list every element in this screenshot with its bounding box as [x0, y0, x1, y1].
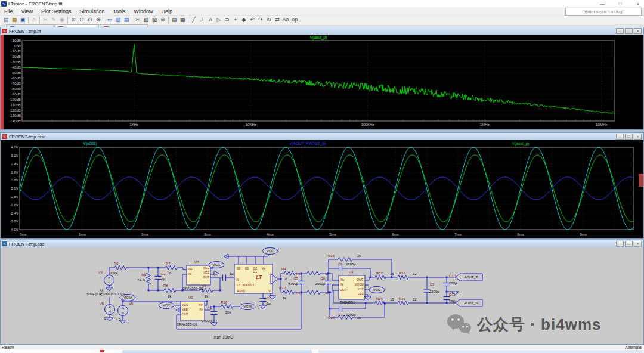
- net-flag-vcm[interactable]: VCM: [240, 304, 255, 310]
- asc-pane-minimize-button[interactable]: –: [616, 241, 624, 247]
- fft-plot-area[interactable]: 10dB0dB-10dB-20dB-30dB-40dB-50dB-60dB-70…: [1, 35, 643, 129]
- place-component-icon[interactable]: ⊃: [223, 16, 231, 24]
- drag-icon[interactable]: ◆: [240, 16, 248, 24]
- schematic-pane-titlebar[interactable]: ∿ FROENT-tmp.asc –□×: [1, 240, 643, 247]
- svg-text:-90dB: -90dB: [11, 92, 21, 96]
- new-schematic-icon[interactable]: ▤: [2, 16, 10, 24]
- search-input[interactable]: [565, 8, 642, 16]
- menu-view[interactable]: View: [17, 7, 37, 16]
- copy-icon[interactable]: ▧: [142, 16, 150, 24]
- raw-pane-titlebar[interactable]: ∿ FROENT-tmp.raw –□×: [1, 133, 643, 140]
- menu-file[interactable]: File: [0, 7, 17, 16]
- save-icon[interactable]: ▣: [18, 16, 27, 24]
- component-V6[interactable]: V65: [100, 302, 115, 320]
- close-button[interactable]: ×: [634, 1, 642, 7]
- asc-pane-close-button[interactable]: ×: [634, 241, 642, 247]
- open-file-icon[interactable]: ▦: [10, 16, 18, 24]
- component-R8[interactable]: R82k: [162, 284, 178, 298]
- taskbar[interactable]: [0, 349, 644, 353]
- component-C10[interactable]: C10220p: [444, 274, 458, 290]
- text-icon[interactable]: Aa: [281, 16, 290, 24]
- paste-icon[interactable]: ▨: [150, 16, 159, 24]
- component-R12[interactable]: R121k: [279, 286, 296, 300]
- raw-plot-area[interactable]: 4.0V3.2V2.4V1.6V0.8V0.0V-0.8V-1.6V-2.4V-…: [1, 140, 643, 238]
- probe-disabled-icon[interactable]: ✎: [49, 16, 58, 24]
- port-aout_p[interactable]: AOUT_P: [456, 274, 482, 281]
- net-flag-vcc[interactable]: VCC: [369, 287, 385, 293]
- svg-text:C9: C9: [430, 283, 435, 286]
- tile-horizontal-icon[interactable]: ▭: [106, 16, 114, 24]
- component-R18[interactable]: R1822: [395, 271, 417, 280]
- menu-window[interactable]: Window: [129, 7, 157, 16]
- component-R16[interactable]: R1615: [373, 297, 394, 305]
- toolbar-separator: [28, 17, 29, 23]
- component-C5[interactable]: C54700p: [288, 275, 304, 290]
- menu-tools[interactable]: Tools: [109, 7, 129, 16]
- red-marker-strip: [1, 35, 4, 129]
- component-R9[interactable]: R92k: [197, 284, 215, 298]
- raw-pane-restore-button[interactable]: □: [625, 134, 633, 140]
- spice-directive-icon[interactable]: .op: [290, 16, 298, 24]
- print-preview-icon[interactable]: ▦: [178, 16, 187, 24]
- component-U4[interactable]: IN+IN-VCCVEEOUTU4OPAx320-Q1: [182, 260, 210, 290]
- component-C1[interactable]: C11µ: [260, 296, 272, 305]
- rotate-icon[interactable]: ↻: [265, 16, 273, 24]
- cut-disabled-icon[interactable]: ✂: [41, 16, 49, 24]
- component-R19[interactable]: R1922: [395, 297, 417, 305]
- redo-icon[interactable]: ↷: [256, 16, 265, 24]
- draw-wire-icon[interactable]: ╱: [190, 16, 198, 24]
- minimize-button[interactable]: —: [599, 1, 606, 7]
- net-flag-vcc[interactable]: VCC: [159, 302, 174, 309]
- component-U1[interactable]: G0G1G2V+INU1LTLTC6910-1AGNDV-: [234, 264, 278, 293]
- component-C9[interactable]: C92200p: [424, 280, 440, 301]
- component-C2[interactable]: C21µ: [209, 272, 234, 281]
- raw-pane-close-button[interactable]: ×: [634, 134, 642, 140]
- find-icon[interactable]: ⊚: [159, 16, 167, 24]
- fft-pane-minimize-button[interactable]: –: [616, 28, 624, 34]
- fft-trace-label[interactable]: V(aout_p): [310, 35, 327, 40]
- component-R6[interactable]: R624.9k: [137, 270, 150, 287]
- control-panel-icon[interactable]: ⌂: [30, 16, 38, 24]
- component-R15[interactable]: R152k: [328, 254, 361, 262]
- component-R5[interactable]: R5226k: [110, 262, 129, 275]
- net-flag-vcc[interactable]: VCC: [209, 262, 224, 269]
- hand-disabled-icon[interactable]: ◉: [58, 16, 66, 24]
- trace-label-v-aout-p-aout-n[interactable]: V(AOUT_P,AOUT_N): [289, 141, 326, 146]
- component-R10[interactable]: R1020k: [219, 301, 236, 314]
- zoom-area-icon[interactable]: ⊙: [86, 16, 94, 24]
- svg-text:C8: C8: [338, 262, 343, 266]
- trace-v-n003: [20, 147, 634, 230]
- move-icon[interactable]: +: [231, 16, 240, 24]
- place-ground-icon[interactable]: ⊥: [198, 16, 206, 24]
- zoom-extents-icon[interactable]: ⊗: [94, 16, 103, 24]
- schematic-wires[interactable]: [109, 254, 456, 329]
- label-net-icon[interactable]: A: [206, 16, 215, 24]
- trace-label-v-aout-p[interactable]: V(aout_p): [512, 141, 530, 146]
- component-C6[interactable]: C61000p: [315, 275, 331, 290]
- tile-vertical-icon[interactable]: ▥: [114, 16, 122, 24]
- fft-pane-restore-button[interactable]: □: [625, 28, 633, 34]
- component-C7[interactable]: C72200p: [337, 306, 356, 317]
- asc-pane-restore-button[interactable]: □: [625, 241, 633, 247]
- undo-icon[interactable]: ↶: [248, 16, 256, 24]
- zoom-in-icon[interactable]: ⊕: [69, 16, 78, 24]
- print-icon[interactable]: ▤: [170, 16, 178, 24]
- menu-plot-settings[interactable]: Plot Settings: [37, 7, 76, 16]
- cut-icon[interactable]: ✂: [134, 16, 142, 24]
- fft-pane-close-button[interactable]: ×: [634, 28, 642, 34]
- cascade-windows-icon[interactable]: ▤: [122, 16, 131, 24]
- schematic-pane-title: FROENT-tmp.asc: [9, 241, 44, 247]
- menu-help[interactable]: Help: [157, 7, 177, 16]
- place-diode-icon[interactable]: ▷: [215, 16, 223, 24]
- fft-pane-titlebar[interactable]: ∿ FROENT-tmp.fft –□×: [1, 27, 643, 35]
- trace-label-v-n003[interactable]: V(n003): [83, 141, 97, 146]
- mirror-icon[interactable]: ⇄: [273, 16, 281, 24]
- port-aout_n[interactable]: AOUT_N: [456, 299, 482, 306]
- raw-pane-minimize-button[interactable]: –: [616, 134, 624, 140]
- component-U3[interactable]: IN+IN-OUT+OUT-VOCMVCCVEEU3THS4551: [339, 270, 365, 304]
- component-V5[interactable]: V52.5: [116, 302, 134, 321]
- menu-simulation[interactable]: Simulation: [75, 7, 109, 16]
- zoom-out-icon[interactable]: ⊖: [78, 16, 86, 24]
- maximize-button[interactable]: □: [617, 1, 624, 7]
- net-flag-vcc[interactable]: VCC: [262, 248, 278, 256]
